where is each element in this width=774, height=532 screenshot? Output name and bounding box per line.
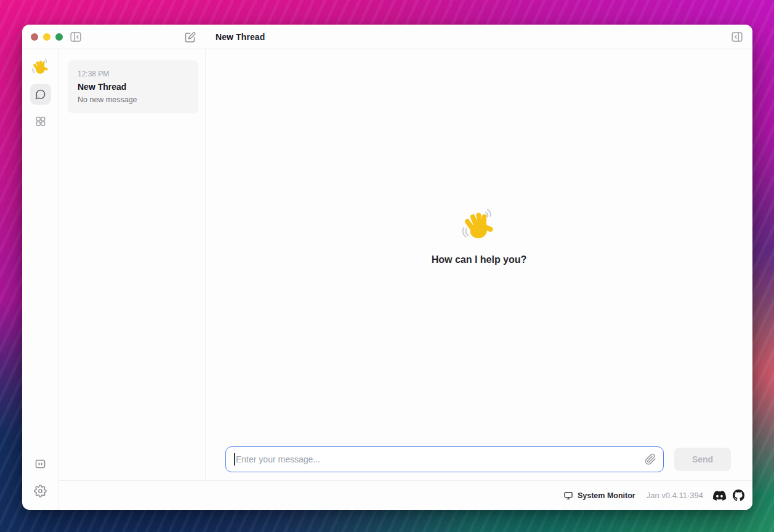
text-caret [234,453,235,465]
thread-last-message: No new message [78,95,188,104]
github-link[interactable] [733,490,744,501]
monitor-icon [563,491,573,501]
new-thread-button[interactable] [182,25,198,49]
toggle-right-panel-button[interactable] [729,25,745,49]
active-thread-title: New Thread [216,25,265,49]
message-composer: Send [206,446,752,480]
waving-hand-icon [31,58,50,77]
discord-icon [713,491,726,501]
chat-bubble-icon [34,89,46,100]
gear-icon [34,485,47,498]
panel-collapse-left-icon [69,30,83,44]
jan-logo-wave[interactable] [31,58,50,78]
zoom-window-button[interactable] [55,33,63,41]
api-server-icon [34,457,47,470]
discord-link[interactable] [713,491,726,501]
thread-list-item[interactable]: 12:38 PM New Thread No new message [68,60,198,113]
message-input-container [225,446,664,472]
empty-thread-greeting: How can I help you? [206,49,752,446]
left-icon-rail [22,49,59,510]
minimize-window-button[interactable] [43,33,50,41]
status-bar: System Monitor Jan v0.4.11-394 [59,480,752,510]
panel-collapse-right-icon [730,30,744,44]
waving-hand-icon [461,209,497,244]
sidebar-item-threads[interactable] [30,84,51,105]
greeting-text: How can I help you? [432,254,527,265]
system-monitor-label: System Monitor [578,491,635,500]
chat-main-area: How can I help you? [206,49,752,480]
paperclip-icon [645,454,656,465]
jan-app-window: New Thread [22,25,752,510]
sidebar-item-hub[interactable] [30,111,51,132]
grid-icon [34,115,47,127]
desktop-wallpaper: New Thread [0,0,774,532]
thread-item-title: New Thread [78,82,188,92]
thread-list-panel: 12:38 PM New Thread No new message [59,49,206,480]
window-titlebar: New Thread [22,25,752,49]
close-window-button[interactable] [31,33,38,41]
toggle-left-panel-button[interactable] [68,25,84,49]
github-icon [733,490,744,501]
thread-timestamp: 12:38 PM [78,70,188,78]
sidebar-item-settings[interactable] [30,480,51,501]
compose-icon [183,31,196,44]
send-button[interactable]: Send [674,448,731,471]
app-version: Jan v0.4.11-394 [647,491,703,500]
system-monitor-button[interactable]: System Monitor [563,491,635,501]
message-input[interactable] [225,446,664,472]
attach-file-button[interactable] [645,454,656,465]
window-controls [31,25,63,49]
sidebar-item-local-api-server[interactable] [30,453,51,474]
